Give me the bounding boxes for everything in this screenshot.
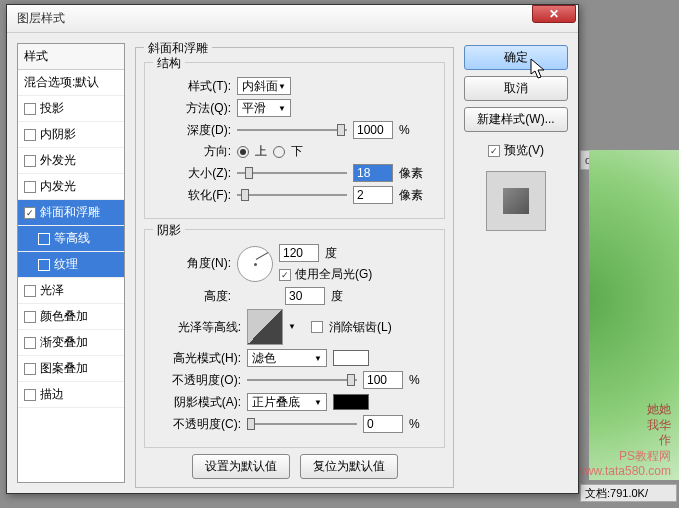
chevron-down-icon: ▼ (314, 398, 322, 407)
shadow-group: 阴影 角度(N): 120 度 使用全局光(G) (144, 229, 445, 448)
close-icon: ✕ (549, 7, 559, 21)
sidebar-item-outerglow[interactable]: 外发光 (18, 148, 124, 174)
sidebar-item-innershadow[interactable]: 内阴影 (18, 122, 124, 148)
sidebar-item-texture[interactable]: 纹理 (18, 252, 124, 278)
soften-input[interactable]: 2 (353, 186, 393, 204)
ok-button[interactable]: 确定 (464, 45, 568, 70)
style-label: 样式(T): (153, 78, 231, 95)
global-light-checkbox[interactable] (279, 269, 291, 281)
shadow-title: 阴影 (153, 222, 185, 239)
method-label: 方法(Q): (153, 100, 231, 117)
direction-up-radio[interactable] (237, 146, 249, 158)
depth-unit: % (399, 123, 410, 137)
unit: % (409, 417, 420, 431)
structure-title: 结构 (153, 55, 185, 72)
cancel-button[interactable]: 取消 (464, 76, 568, 101)
checkbox[interactable] (24, 389, 36, 401)
style-dropdown[interactable]: 内斜面▼ (237, 77, 291, 95)
size-slider[interactable] (237, 165, 347, 181)
chevron-down-icon: ▼ (278, 104, 286, 113)
shadow-opacity-slider[interactable] (247, 416, 357, 432)
shadow-opacity-input[interactable]: 0 (363, 415, 403, 433)
checkbox[interactable] (24, 311, 36, 323)
depth-label: 深度(D): (153, 122, 231, 139)
soften-unit: 像素 (399, 187, 423, 204)
bevel-group: 斜面和浮雕 结构 样式(T): 内斜面▼ 方法(Q): 平滑▼ 深度(D): 1 (135, 47, 454, 488)
sidebar-item-innerglow[interactable]: 内发光 (18, 174, 124, 200)
checkbox[interactable] (24, 155, 36, 167)
checkbox[interactable] (24, 363, 36, 375)
watermark: 她她 我华 作 PS教程网 www.tata580.com (576, 402, 671, 480)
unit: % (409, 373, 420, 387)
gloss-contour-picker[interactable]: ▼ (247, 309, 283, 345)
checkbox[interactable] (24, 129, 36, 141)
sidebar-blend-options[interactable]: 混合选项:默认 (18, 70, 124, 96)
shadow-mode-label: 阴影模式(A): (153, 394, 241, 411)
titlebar[interactable]: 图层样式 ✕ (7, 5, 578, 33)
layer-style-dialog: 图层样式 ✕ 样式 混合选项:默认 投影 内阴影 外发光 内发光 斜面和浮雕 等… (6, 4, 579, 494)
angle-input[interactable]: 120 (279, 244, 319, 262)
highlight-opacity-input[interactable]: 100 (363, 371, 403, 389)
angle-dial[interactable] (237, 246, 273, 282)
settings-panel: 斜面和浮雕 结构 样式(T): 内斜面▼ 方法(Q): 平滑▼ 深度(D): 1 (133, 43, 456, 483)
direction-label: 方向: (153, 143, 231, 160)
new-style-button[interactable]: 新建样式(W)... (464, 107, 568, 132)
size-label: 大小(Z): (153, 165, 231, 182)
method-dropdown[interactable]: 平滑▼ (237, 99, 291, 117)
sidebar-item-gradientoverlay[interactable]: 渐变叠加 (18, 330, 124, 356)
size-input[interactable]: 18 (353, 164, 393, 182)
direction-down-radio[interactable] (273, 146, 285, 158)
checkbox[interactable] (24, 181, 36, 193)
sidebar-head-styles[interactable]: 样式 (18, 44, 124, 70)
window-title: 图层样式 (17, 10, 65, 27)
antialias-label: 消除锯齿(L) (329, 319, 392, 336)
sidebar-item-patternoverlay[interactable]: 图案叠加 (18, 356, 124, 382)
altitude-unit: 度 (331, 288, 343, 305)
shadow-opacity-label: 不透明度(C): (153, 416, 241, 433)
antialias-checkbox[interactable] (311, 321, 323, 333)
checkbox[interactable] (38, 259, 50, 271)
status-bar: 文档:791.0K/ (580, 484, 677, 502)
checkbox[interactable] (24, 285, 36, 297)
sidebar-item-contour[interactable]: 等高线 (18, 226, 124, 252)
depth-input[interactable]: 1000 (353, 121, 393, 139)
checkbox[interactable] (24, 337, 36, 349)
preview-checkbox[interactable] (488, 145, 500, 157)
checkbox[interactable] (24, 103, 36, 115)
sidebar-item-coloroverlay[interactable]: 颜色叠加 (18, 304, 124, 330)
shadow-color-swatch[interactable] (333, 394, 369, 410)
close-button[interactable]: ✕ (532, 5, 576, 23)
soften-label: 软化(F): (153, 187, 231, 204)
altitude-input[interactable]: 30 (285, 287, 325, 305)
soften-slider[interactable] (237, 187, 347, 203)
structure-group: 结构 样式(T): 内斜面▼ 方法(Q): 平滑▼ 深度(D): 1000 % (144, 62, 445, 219)
chevron-down-icon: ▼ (288, 322, 296, 331)
preview-thumbnail (486, 171, 546, 231)
highlight-color-swatch[interactable] (333, 350, 369, 366)
chevron-down-icon: ▼ (314, 354, 322, 363)
styles-sidebar: 样式 混合选项:默认 投影 内阴影 外发光 内发光 斜面和浮雕 等高线 纹理 光… (17, 43, 125, 483)
angle-unit: 度 (325, 245, 337, 262)
preview-label: 预览(V) (504, 142, 544, 159)
global-light-label: 使用全局光(G) (295, 266, 372, 283)
highlight-opacity-label: 不透明度(O): (153, 372, 241, 389)
checkbox[interactable] (38, 233, 50, 245)
highlight-mode-label: 高光模式(H): (153, 350, 241, 367)
sidebar-item-dropshadow[interactable]: 投影 (18, 96, 124, 122)
chevron-down-icon: ▼ (278, 82, 286, 91)
depth-slider[interactable] (237, 122, 347, 138)
angle-label: 角度(N): (153, 255, 231, 272)
shadow-mode-dropdown[interactable]: 正片叠底▼ (247, 393, 327, 411)
sidebar-item-stroke[interactable]: 描边 (18, 382, 124, 408)
size-unit: 像素 (399, 165, 423, 182)
sidebar-item-bevel[interactable]: 斜面和浮雕 (18, 200, 124, 226)
checkbox[interactable] (24, 207, 36, 219)
highlight-opacity-slider[interactable] (247, 372, 357, 388)
highlight-mode-dropdown[interactable]: 滤色▼ (247, 349, 327, 367)
right-column: 确定 取消 新建样式(W)... 预览(V) (464, 43, 568, 483)
sidebar-item-satin[interactable]: 光泽 (18, 278, 124, 304)
make-default-button[interactable]: 设置为默认值 (192, 454, 290, 479)
reset-default-button[interactable]: 复位为默认值 (300, 454, 398, 479)
gloss-contour-label: 光泽等高线: (153, 319, 241, 336)
altitude-label: 高度: (153, 288, 231, 305)
